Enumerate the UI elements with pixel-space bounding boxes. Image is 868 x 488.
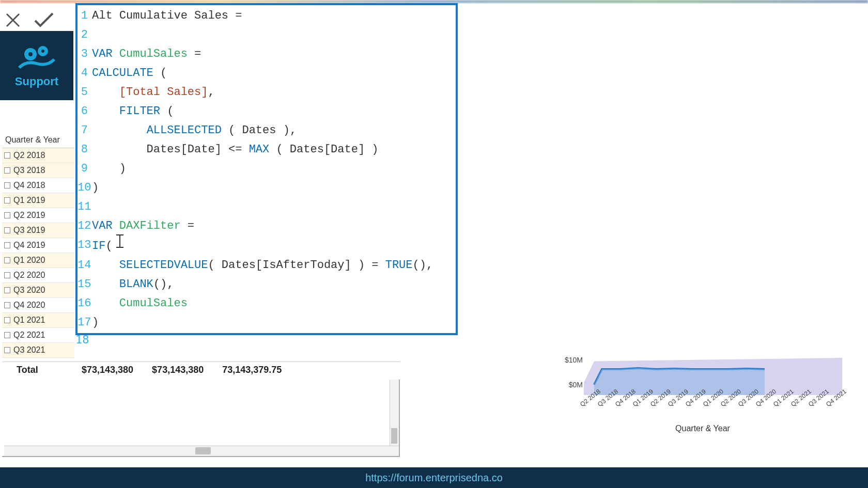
total-value-3: 73,143,379.75 xyxy=(222,365,282,375)
checkbox-icon[interactable] xyxy=(4,287,10,293)
code-line[interactable]: 16 CumulSales xyxy=(78,294,456,313)
code-text[interactable]: ) xyxy=(92,178,99,197)
code-line[interactable]: 8 Dates[Date] <= MAX ( Dates[Date] ) xyxy=(78,140,456,159)
line-number: 11 xyxy=(78,197,92,216)
footer-url: https://forum.enterprisedna.co xyxy=(365,472,503,484)
dax-formula-editor[interactable]: 1Alt Cumulative Sales =23VAR CumulSales … xyxy=(75,3,458,335)
checkbox-icon[interactable] xyxy=(4,257,10,263)
code-line[interactable]: 5 [Total Sales], xyxy=(78,83,456,102)
slicer-item-label: Q3 2018 xyxy=(13,164,45,177)
chart-x-axis-title: Quarter & Year xyxy=(553,424,853,433)
slicer-quarter-year[interactable]: Quarter & Year Q2 2018Q3 2018Q4 2018Q1 2… xyxy=(2,133,74,373)
code-line[interactable]: 10) xyxy=(78,178,456,197)
slicer-item[interactable]: Q4 2018 xyxy=(2,178,74,193)
code-line[interactable]: 13IF( xyxy=(78,235,456,256)
code-line[interactable]: 1Alt Cumulative Sales = xyxy=(78,6,456,25)
code-text[interactable]: ALLSELECTED ( Dates ), xyxy=(92,121,297,140)
dax-line-18: 18 xyxy=(75,329,90,350)
code-line[interactable]: 9 ) xyxy=(78,159,456,178)
slicer-item-label: Q1 2020 xyxy=(13,254,45,266)
checkbox-icon[interactable] xyxy=(4,152,10,159)
code-line[interactable]: 12VAR DAXFilter = xyxy=(78,216,456,235)
code-text[interactable]: CumulSales xyxy=(92,294,188,313)
slicer-item[interactable]: Q3 2018 xyxy=(2,163,74,178)
code-text[interactable]: FILTER ( xyxy=(92,102,174,121)
checkbox-icon[interactable] xyxy=(4,242,10,248)
code-line[interactable]: 17) xyxy=(78,313,456,332)
slicer-item[interactable]: Q2 2019 xyxy=(2,208,74,223)
slicer-item[interactable]: Q3 2021 xyxy=(2,343,74,358)
slicer-item-label: Q2 2019 xyxy=(13,209,45,222)
slicer-item[interactable]: Q2 2020 xyxy=(2,268,74,283)
cancel-icon[interactable] xyxy=(4,11,22,29)
brand-panel: Support xyxy=(0,31,73,100)
slicer-title: Quarter & Year xyxy=(2,133,74,148)
code-text[interactable]: IF( xyxy=(92,235,120,256)
gears-icon xyxy=(16,43,57,73)
code-line[interactable]: 2 xyxy=(78,25,456,44)
line-number: 8 xyxy=(78,140,92,159)
code-line[interactable]: 3VAR CumulSales = xyxy=(78,44,456,64)
line-number: 7 xyxy=(78,121,92,140)
code-line[interactable]: 11 xyxy=(78,197,456,216)
code-line[interactable]: 7 ALLSELECTED ( Dates ), xyxy=(78,121,456,140)
line-number: 10 xyxy=(78,178,92,197)
slicer-item-label: Q3 2020 xyxy=(13,284,45,296)
checkbox-icon[interactable] xyxy=(4,182,10,188)
line-number: 3 xyxy=(78,44,92,64)
commit-icon[interactable] xyxy=(33,11,55,29)
checkbox-icon[interactable] xyxy=(4,197,10,203)
slicer-item[interactable]: Q1 2019 xyxy=(2,193,74,208)
line-number: 1 xyxy=(78,6,92,25)
code-text[interactable]: VAR DAXFilter = xyxy=(92,216,194,235)
slicer-item-label: Q4 2018 xyxy=(13,179,45,192)
y-tick-bottom: $0M xyxy=(553,381,583,389)
checkbox-icon[interactable] xyxy=(4,347,10,353)
code-text[interactable]: ) xyxy=(92,159,126,178)
slicer-item-label: Q4 2019 xyxy=(13,239,45,251)
line-number: 14 xyxy=(78,256,92,275)
slicer-item[interactable]: Q2 2018 xyxy=(2,148,74,163)
table-visual-area[interactable] xyxy=(2,380,400,457)
code-text[interactable]: ) xyxy=(92,313,99,332)
checkbox-icon[interactable] xyxy=(4,212,10,218)
horizontal-scrollbar[interactable] xyxy=(4,446,399,456)
code-text[interactable]: Dates[Date] <= MAX ( Dates[Date] ) xyxy=(92,140,379,159)
checkbox-icon[interactable] xyxy=(4,317,10,323)
checkbox-icon[interactable] xyxy=(4,302,10,308)
slicer-item[interactable]: Q3 2020 xyxy=(2,283,74,298)
slicer-item[interactable]: Q3 2019 xyxy=(2,223,74,238)
slicer-item[interactable]: Q4 2020 xyxy=(2,298,74,313)
total-label: Total xyxy=(17,365,63,375)
slicer-item[interactable]: Q1 2020 xyxy=(2,253,74,268)
y-tick-top: $10M xyxy=(553,356,583,364)
checkbox-icon[interactable] xyxy=(4,167,10,174)
slicer-item[interactable]: Q4 2019 xyxy=(2,238,74,253)
line-number: 6 xyxy=(78,102,92,121)
slicer-item[interactable]: Q1 2021 xyxy=(2,313,74,328)
code-line[interactable]: 6 FILTER ( xyxy=(78,102,456,121)
line-number: 15 xyxy=(78,275,92,294)
checkbox-icon[interactable] xyxy=(4,332,10,338)
slicer-item-label: Q3 2019 xyxy=(13,224,45,237)
code-line[interactable]: 14 SELECTEDVALUE( Dates[IsAfterToday] ) … xyxy=(78,256,456,275)
area-chart[interactable]: $10M $0M Q2 2018Q3 2018Q4 2018Q1 2019Q2 … xyxy=(553,354,853,442)
code-text[interactable]: SELECTEDVALUE( Dates[IsAfterToday] ) = T… xyxy=(92,256,433,275)
slicer-item-label: Q2 2021 xyxy=(13,329,45,341)
checkbox-icon[interactable] xyxy=(4,227,10,233)
code-text[interactable]: Alt Cumulative Sales = xyxy=(92,6,242,25)
code-text[interactable]: CALCULATE ( xyxy=(92,64,167,83)
code-text[interactable]: VAR CumulSales = xyxy=(92,44,201,64)
line-number: 13 xyxy=(78,235,92,256)
checkbox-icon[interactable] xyxy=(4,272,10,278)
code-line[interactable]: 4CALCULATE ( xyxy=(78,64,456,83)
footer-bar: https://forum.enterprisedna.co xyxy=(0,467,868,488)
text-cursor-icon xyxy=(119,234,120,248)
line-number: 16 xyxy=(78,294,92,313)
slicer-item[interactable]: Q2 2021 xyxy=(2,328,74,343)
vertical-scrollbar[interactable] xyxy=(390,380,399,446)
code-text[interactable]: BLANK(), xyxy=(92,275,174,294)
code-text[interactable]: [Total Sales], xyxy=(92,83,215,102)
total-value-1: $73,143,380 xyxy=(82,365,133,375)
code-line[interactable]: 15 BLANK(), xyxy=(78,275,456,294)
